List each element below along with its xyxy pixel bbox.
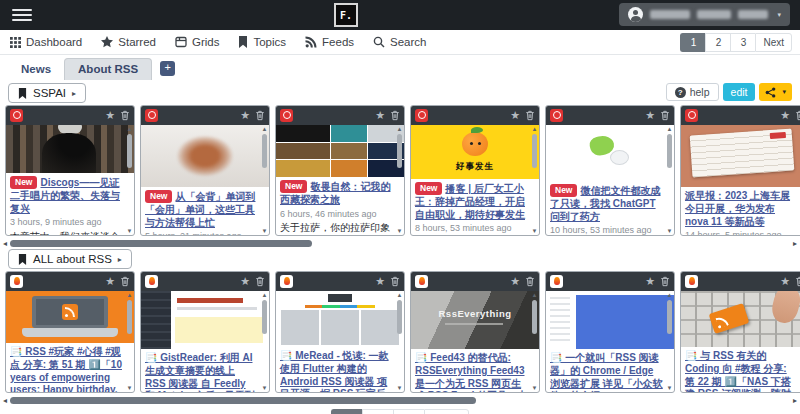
trash-icon[interactable]: [660, 110, 670, 121]
scroll-up-icon[interactable]: ▲: [532, 291, 538, 299]
star-icon[interactable]: ★: [510, 110, 520, 121]
scroll-down-icon[interactable]: ▼: [127, 227, 133, 235]
page-3-button[interactable]: 3: [393, 409, 424, 414]
card-scrollbar[interactable]: ▲▼: [125, 125, 134, 235]
trash-icon[interactable]: [660, 276, 670, 287]
trash-icon[interactable]: [795, 276, 800, 287]
star-icon[interactable]: ★: [510, 276, 520, 287]
app-logo[interactable]: F.: [334, 3, 358, 27]
feedburner-feed-icon: [415, 275, 428, 288]
star-icon[interactable]: ★: [105, 110, 115, 121]
scroll-left-icon[interactable]: ◂: [3, 396, 7, 405]
trash-icon[interactable]: [795, 110, 800, 121]
trash-icon[interactable]: [525, 276, 535, 287]
card-title[interactable]: 📑 一个就叫「RSS 阅读器」的 Chrome / Edge 浏览器扩展 详见「…: [550, 352, 675, 393]
star-icon[interactable]: ★: [780, 276, 790, 287]
page-3-button[interactable]: 3: [730, 33, 755, 52]
star-icon[interactable]: ★: [105, 276, 115, 287]
scroll-down-icon[interactable]: ▼: [397, 384, 403, 392]
star-icon[interactable]: ★: [780, 110, 790, 121]
card-title[interactable]: 📑 RSS #玩家 #心得 #观点 分享: 第 51 期 1️⃣「10 year…: [10, 346, 122, 393]
star-icon[interactable]: ★: [375, 276, 385, 287]
scrollbar-thumb[interactable]: [10, 397, 476, 404]
star-icon[interactable]: ★: [375, 110, 385, 121]
page-next-button[interactable]: Next: [424, 409, 469, 414]
trash-icon[interactable]: [120, 110, 130, 121]
scroll-down-icon[interactable]: ▼: [127, 384, 133, 392]
scroll-up-icon[interactable]: ▲: [667, 291, 673, 299]
row-scrollbar[interactable]: ◂ ▸: [2, 396, 798, 405]
card-title[interactable]: 派早报：2023 上海车展今日开展，华为发布 nova 11 等新品等: [685, 190, 790, 227]
nav-starred[interactable]: Starred: [101, 36, 156, 48]
page-2-button[interactable]: 2: [705, 33, 730, 52]
card-title[interactable]: 📑 与 RSS 有关的 Coding 向 #教程 分享: 第 22 期 1️⃣「…: [685, 350, 794, 393]
tab-news[interactable]: News: [8, 59, 64, 80]
scrollbar-thumb[interactable]: [10, 240, 312, 247]
nav-feeds[interactable]: Feeds: [305, 36, 354, 48]
card-scrollbar[interactable]: ▲▼: [125, 291, 134, 392]
scroll-down-icon[interactable]: ▼: [262, 384, 268, 392]
card-scrollbar[interactable]: ▲▼: [395, 291, 404, 392]
scroll-up-icon[interactable]: ▲: [397, 291, 403, 299]
edit-button[interactable]: edit: [723, 83, 756, 101]
card-title[interactable]: 📑 Feed43 的替代品: RSSEverything Feed43 是一个为…: [415, 352, 527, 393]
trash-icon[interactable]: [255, 276, 265, 287]
scroll-up-icon[interactable]: ▲: [262, 125, 268, 133]
add-tab-button[interactable]: +: [160, 61, 175, 76]
nav-dashboard[interactable]: Dashboard: [10, 36, 82, 48]
card-scrollbar[interactable]: ▲▼: [260, 291, 269, 392]
help-button[interactable]: ? help: [666, 83, 719, 101]
star-icon[interactable]: ★: [645, 110, 655, 121]
feed-card: ★ RssEverything 📑 Feed43 的替代品: RSSEveryt…: [410, 271, 540, 393]
bottom-pagination: 1 2 3 Next: [0, 409, 800, 414]
row-scrollbar[interactable]: ◂ ▸: [2, 239, 798, 248]
tab-about-rss[interactable]: About RSS: [64, 58, 152, 80]
card-scrollbar[interactable]: ▲▼: [665, 291, 674, 392]
page-1-button[interactable]: 1: [680, 33, 705, 52]
scroll-up-icon[interactable]: ▲: [127, 291, 133, 299]
trash-icon[interactable]: [525, 110, 535, 121]
card-scrollbar[interactable]: ▲▼: [395, 125, 404, 235]
nav-search[interactable]: Search: [373, 36, 426, 48]
star-icon[interactable]: ★: [645, 276, 655, 287]
share-button[interactable]: ▾: [759, 83, 792, 101]
trash-icon[interactable]: [390, 110, 400, 121]
card-scrollbar[interactable]: ▲▼: [260, 125, 269, 235]
laptop-illustration: [32, 296, 108, 328]
nav-grids[interactable]: Grids: [175, 36, 219, 48]
trash-icon[interactable]: [255, 110, 265, 121]
page-2-button[interactable]: 2: [362, 409, 393, 414]
card-title[interactable]: 📑 MeRead - 悦读: 一款使用 Flutter 构建的 Android …: [280, 350, 389, 393]
feed-card: ★ New敬畏自然：记我的西藏探索之旅 6 hours, 46 minutes …: [275, 105, 405, 236]
hamburger-menu-icon[interactable]: [12, 9, 32, 21]
star-icon[interactable]: ★: [240, 110, 250, 121]
page-next-button[interactable]: Next: [755, 33, 792, 52]
feed-card: ★ New从「会背」单词到「会用」单词，这些工具与方法帮得上忙 5 hours,…: [140, 105, 270, 236]
scroll-down-icon[interactable]: ▼: [262, 227, 268, 235]
trash-icon[interactable]: [390, 276, 400, 287]
scroll-up-icon[interactable]: ▲: [667, 125, 673, 133]
star-icon[interactable]: ★: [240, 276, 250, 287]
scroll-up-icon[interactable]: ▲: [127, 125, 133, 133]
scroll-right-icon[interactable]: ▸: [793, 239, 797, 248]
scroll-up-icon[interactable]: ▲: [532, 125, 538, 133]
card-scrollbar[interactable]: ▲▼: [665, 125, 674, 235]
scroll-down-icon[interactable]: ▼: [532, 384, 538, 392]
scroll-down-icon[interactable]: ▼: [532, 227, 538, 235]
scroll-down-icon[interactable]: ▼: [667, 384, 673, 392]
scroll-up-icon[interactable]: ▲: [262, 291, 268, 299]
nav-topics[interactable]: Topics: [238, 36, 286, 48]
scroll-up-icon[interactable]: ▲: [397, 125, 403, 133]
card-title[interactable]: 📑 GistReader: 利用 AI 生成文章摘要的线上 RSS 阅读器 自 …: [145, 352, 255, 393]
section-pill-all-about-rss[interactable]: ALL about RSS ▸: [8, 249, 132, 269]
card-scrollbar[interactable]: ▲▼: [530, 291, 539, 392]
scroll-down-icon[interactable]: ▼: [667, 227, 673, 235]
trash-icon[interactable]: [120, 276, 130, 287]
scroll-right-icon[interactable]: ▸: [793, 396, 797, 405]
page-1-button[interactable]: 1: [331, 409, 362, 414]
card-scrollbar[interactable]: ▲▼: [530, 125, 539, 235]
user-menu[interactable]: ▾: [619, 3, 790, 26]
scroll-down-icon[interactable]: ▼: [397, 227, 403, 235]
scroll-left-icon[interactable]: ◂: [3, 239, 7, 248]
section-pill-sspai[interactable]: SSPAI ▸: [8, 83, 86, 103]
